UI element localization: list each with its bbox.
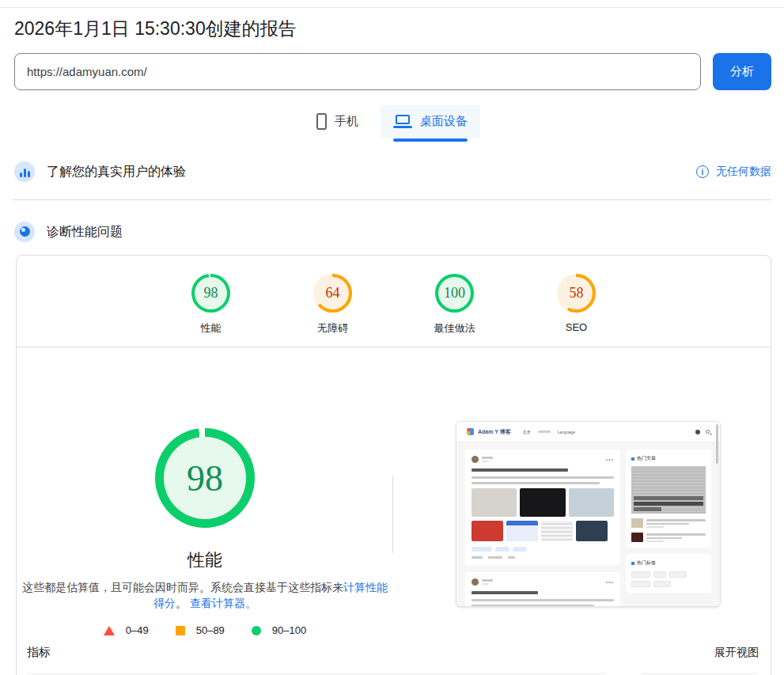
laptop-screen (396, 115, 410, 124)
seo-gauge: 58 (557, 274, 596, 313)
metrics-heading: 指标 (27, 645, 51, 660)
category-best-practices[interactable]: 100 最佳做法 (411, 274, 499, 336)
screenshot-logo-icon (467, 428, 474, 435)
screenshot-bar (508, 556, 515, 559)
avatar (472, 456, 479, 463)
popular-post-item (631, 533, 706, 542)
tab-desktop[interactable]: 桌面设备 (381, 105, 480, 138)
screenshot-bar (646, 526, 664, 528)
icon-bar (20, 173, 22, 177)
calculator-link[interactable]: 查看计算器。 (190, 597, 256, 609)
seo-label: SEO (566, 321, 587, 333)
performance-summary: 98 性能 这些都是估算值，且可能会因时而异。系统会直接基于这些指标来计算性能得… (17, 398, 393, 636)
category-seo[interactable]: 58 SEO (532, 274, 621, 336)
screenshot-header-icons (695, 430, 710, 434)
theme-toggle-icon (695, 430, 700, 434)
post-menu-dots: ••• (606, 457, 614, 462)
post-menu-dots: ••• (606, 579, 614, 585)
no-data-label: 无任何数据 (716, 165, 771, 179)
post-header: ••• (472, 578, 614, 586)
expand-view-button[interactable]: 展开视图 (714, 646, 759, 660)
tag-pill (669, 571, 687, 578)
post-tags (472, 547, 614, 552)
screenshot-bar (482, 457, 493, 459)
performance-big-gauge: 98 (155, 428, 255, 528)
screenshot-bar (646, 519, 706, 521)
post-thumb (631, 533, 643, 542)
screenshot-bar (472, 482, 600, 484)
screenshot-logo-text: Adam Y 博客 (478, 428, 511, 436)
pass-circle-icon (252, 626, 261, 635)
screenshot-nav: 首页 Language (523, 430, 575, 434)
device-tabs: 手机 桌面设备 (0, 105, 784, 138)
tag-pill (631, 571, 650, 578)
top-divider (0, 7, 784, 8)
url-input[interactable] (14, 53, 701, 90)
no-data-link[interactable]: 无任何数据 (696, 165, 771, 179)
popular-posts-header: 热门文章 (631, 455, 706, 462)
screenshot-post: ••• (465, 572, 620, 607)
vertical-divider (392, 476, 393, 553)
post-item-text (646, 533, 706, 542)
lighthouse-report-card: 98 性能 64 无障碍 100 最佳做法 58 SEO 98 性能 (16, 255, 771, 675)
post-author-bars (482, 457, 493, 462)
performance-gauge: 98 (191, 274, 230, 313)
tag-pill (653, 581, 671, 587)
site-screenshot: Adam Y 博客 首页 Language (456, 421, 721, 607)
tags-box: 热门标签 (626, 554, 711, 593)
screenshot-bar (472, 599, 614, 601)
screenshot-bar (634, 496, 703, 500)
category-scores: 98 性能 64 无障碍 100 最佳做法 58 SEO (17, 274, 771, 336)
screenshot-body: ••• (456, 442, 720, 607)
tab-mobile[interactable]: 手机 (304, 105, 371, 138)
legend-average: 50–89 (176, 624, 225, 636)
category-accessibility[interactable]: 64 无障碍 (289, 274, 377, 336)
screenshot-nav-home: 首页 (523, 430, 531, 434)
bullet-icon (631, 457, 634, 461)
laptop-base (393, 126, 412, 128)
post-header: ••• (472, 456, 614, 463)
post-image (576, 521, 608, 541)
analyze-button[interactable]: 分析 (713, 53, 771, 90)
post-title-bar (472, 468, 568, 472)
screenshot-bar (472, 476, 614, 479)
tag-pill (513, 547, 527, 552)
card-footer: 指标 展开视图 (27, 645, 759, 660)
fail-range: 0–49 (126, 624, 149, 636)
post-thumb (631, 518, 643, 528)
screenshot-bar (482, 461, 489, 462)
post-image-row (472, 521, 614, 541)
tag-pill (631, 581, 650, 587)
tags-title: 热门标签 (637, 559, 656, 567)
speedometer-icon (14, 222, 35, 242)
popular-posts-title: 热门文章 (637, 455, 656, 462)
post-image (520, 488, 565, 517)
field-data-header: 了解您的真实用户的体验 (14, 161, 186, 182)
accessibility-score: 64 (313, 274, 352, 313)
tag-pill (472, 547, 492, 552)
performance-score: 98 (191, 274, 230, 313)
performance-section-title: 性能 (17, 548, 393, 572)
section-divider (13, 199, 771, 200)
legend-fail: 0–49 (104, 624, 149, 636)
screenshot-main-column: ••• (465, 449, 620, 601)
post-image (472, 521, 503, 541)
fail-triangle-icon (104, 626, 115, 635)
phone-icon (316, 113, 327, 130)
screenshot-header: Adam Y 博客 首页 Language (456, 422, 720, 442)
category-performance[interactable]: 98 性能 (167, 274, 256, 336)
screenshot-bar (482, 579, 493, 582)
legend-pass: 90–100 (252, 624, 306, 636)
description-text: 。 (176, 597, 190, 609)
performance-label: 性能 (201, 321, 222, 336)
screenshot-nav-language: Language (558, 430, 575, 434)
seo-score: 58 (557, 274, 596, 313)
post-image (506, 521, 538, 541)
screenshot-bar (472, 556, 483, 559)
best-practices-label: 最佳做法 (434, 321, 475, 336)
popular-post-preview (631, 466, 706, 514)
tag-pill (653, 571, 666, 578)
performance-big-score: 98 (155, 428, 255, 528)
performance-description: 这些都是估算值，且可能会因时而异。系统会直接基于这些指标来计算性能得分。 查看计… (20, 579, 390, 611)
description-text: 这些都是估算值，且可能会因时而异。系统会直接基于这些指标来 (22, 581, 343, 593)
